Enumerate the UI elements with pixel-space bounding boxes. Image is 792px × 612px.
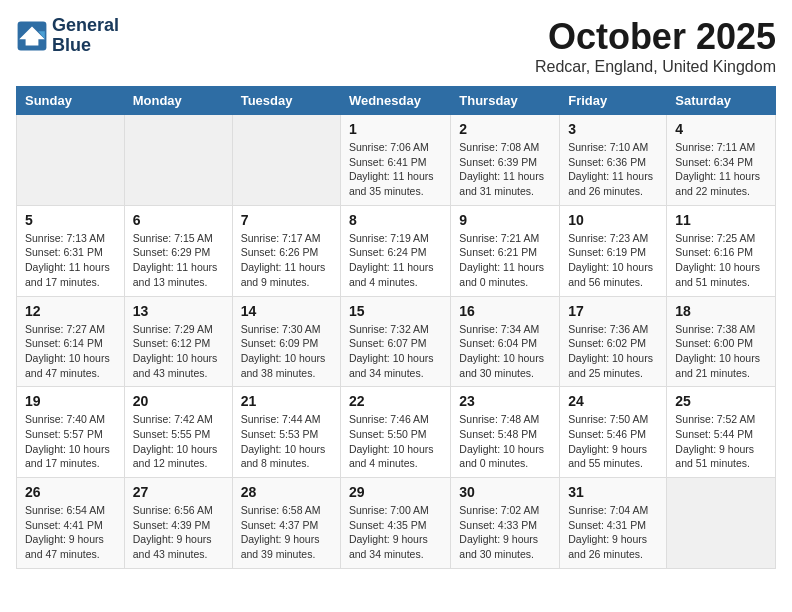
week-row-2: 5Sunrise: 7:13 AM Sunset: 6:31 PM Daylig… (17, 205, 776, 296)
header-sunday: Sunday (17, 87, 125, 115)
calendar-cell: 15Sunrise: 7:32 AM Sunset: 6:07 PM Dayli… (340, 296, 450, 387)
day-number: 13 (133, 303, 224, 319)
calendar-cell: 30Sunrise: 7:02 AM Sunset: 4:33 PM Dayli… (451, 478, 560, 569)
day-info: Sunrise: 6:58 AM Sunset: 4:37 PM Dayligh… (241, 503, 332, 562)
day-number: 26 (25, 484, 116, 500)
header-saturday: Saturday (667, 87, 776, 115)
header: General Blue October 2025 Redcar, Englan… (16, 16, 776, 76)
calendar-cell: 7Sunrise: 7:17 AM Sunset: 6:26 PM Daylig… (232, 205, 340, 296)
day-number: 5 (25, 212, 116, 228)
calendar-cell: 11Sunrise: 7:25 AM Sunset: 6:16 PM Dayli… (667, 205, 776, 296)
day-number: 1 (349, 121, 442, 137)
calendar-cell: 28Sunrise: 6:58 AM Sunset: 4:37 PM Dayli… (232, 478, 340, 569)
calendar-cell: 24Sunrise: 7:50 AM Sunset: 5:46 PM Dayli… (560, 387, 667, 478)
calendar-cell: 19Sunrise: 7:40 AM Sunset: 5:57 PM Dayli… (17, 387, 125, 478)
day-number: 14 (241, 303, 332, 319)
day-info: Sunrise: 7:21 AM Sunset: 6:21 PM Dayligh… (459, 231, 551, 290)
day-number: 16 (459, 303, 551, 319)
header-thursday: Thursday (451, 87, 560, 115)
week-row-3: 12Sunrise: 7:27 AM Sunset: 6:14 PM Dayli… (17, 296, 776, 387)
calendar-cell: 8Sunrise: 7:19 AM Sunset: 6:24 PM Daylig… (340, 205, 450, 296)
day-number: 3 (568, 121, 658, 137)
calendar-cell: 12Sunrise: 7:27 AM Sunset: 6:14 PM Dayli… (17, 296, 125, 387)
day-number: 6 (133, 212, 224, 228)
day-number: 11 (675, 212, 767, 228)
day-info: Sunrise: 7:27 AM Sunset: 6:14 PM Dayligh… (25, 322, 116, 381)
day-info: Sunrise: 7:38 AM Sunset: 6:00 PM Dayligh… (675, 322, 767, 381)
day-info: Sunrise: 7:36 AM Sunset: 6:02 PM Dayligh… (568, 322, 658, 381)
calendar-cell: 1Sunrise: 7:06 AM Sunset: 6:41 PM Daylig… (340, 115, 450, 206)
day-number: 8 (349, 212, 442, 228)
day-number: 24 (568, 393, 658, 409)
calendar-cell: 18Sunrise: 7:38 AM Sunset: 6:00 PM Dayli… (667, 296, 776, 387)
calendar-cell: 4Sunrise: 7:11 AM Sunset: 6:34 PM Daylig… (667, 115, 776, 206)
header-monday: Monday (124, 87, 232, 115)
calendar-cell (124, 115, 232, 206)
day-number: 25 (675, 393, 767, 409)
header-tuesday: Tuesday (232, 87, 340, 115)
calendar-cell (17, 115, 125, 206)
day-number: 4 (675, 121, 767, 137)
day-info: Sunrise: 7:42 AM Sunset: 5:55 PM Dayligh… (133, 412, 224, 471)
week-row-1: 1Sunrise: 7:06 AM Sunset: 6:41 PM Daylig… (17, 115, 776, 206)
header-wednesday: Wednesday (340, 87, 450, 115)
calendar-cell: 5Sunrise: 7:13 AM Sunset: 6:31 PM Daylig… (17, 205, 125, 296)
calendar-cell: 27Sunrise: 6:56 AM Sunset: 4:39 PM Dayli… (124, 478, 232, 569)
calendar-cell: 17Sunrise: 7:36 AM Sunset: 6:02 PM Dayli… (560, 296, 667, 387)
logo-line2: Blue (52, 36, 119, 56)
day-info: Sunrise: 7:48 AM Sunset: 5:48 PM Dayligh… (459, 412, 551, 471)
calendar-header-row: SundayMondayTuesdayWednesdayThursdayFrid… (17, 87, 776, 115)
day-info: Sunrise: 7:19 AM Sunset: 6:24 PM Dayligh… (349, 231, 442, 290)
day-info: Sunrise: 7:30 AM Sunset: 6:09 PM Dayligh… (241, 322, 332, 381)
day-number: 29 (349, 484, 442, 500)
day-info: Sunrise: 7:44 AM Sunset: 5:53 PM Dayligh… (241, 412, 332, 471)
day-info: Sunrise: 7:32 AM Sunset: 6:07 PM Dayligh… (349, 322, 442, 381)
calendar-cell: 29Sunrise: 7:00 AM Sunset: 4:35 PM Dayli… (340, 478, 450, 569)
day-info: Sunrise: 7:15 AM Sunset: 6:29 PM Dayligh… (133, 231, 224, 290)
day-number: 27 (133, 484, 224, 500)
day-info: Sunrise: 7:11 AM Sunset: 6:34 PM Dayligh… (675, 140, 767, 199)
calendar-table: SundayMondayTuesdayWednesdayThursdayFrid… (16, 86, 776, 569)
day-info: Sunrise: 7:00 AM Sunset: 4:35 PM Dayligh… (349, 503, 442, 562)
day-number: 19 (25, 393, 116, 409)
logo-line1: General (52, 16, 119, 36)
day-info: Sunrise: 7:52 AM Sunset: 5:44 PM Dayligh… (675, 412, 767, 471)
day-number: 17 (568, 303, 658, 319)
calendar-cell: 22Sunrise: 7:46 AM Sunset: 5:50 PM Dayli… (340, 387, 450, 478)
day-number: 7 (241, 212, 332, 228)
calendar-cell: 10Sunrise: 7:23 AM Sunset: 6:19 PM Dayli… (560, 205, 667, 296)
logo-icon (16, 20, 48, 52)
day-info: Sunrise: 7:17 AM Sunset: 6:26 PM Dayligh… (241, 231, 332, 290)
month-title: October 2025 (535, 16, 776, 58)
day-info: Sunrise: 6:54 AM Sunset: 4:41 PM Dayligh… (25, 503, 116, 562)
day-number: 30 (459, 484, 551, 500)
location-subtitle: Redcar, England, United Kingdom (535, 58, 776, 76)
day-info: Sunrise: 7:23 AM Sunset: 6:19 PM Dayligh… (568, 231, 658, 290)
day-info: Sunrise: 7:04 AM Sunset: 4:31 PM Dayligh… (568, 503, 658, 562)
day-info: Sunrise: 7:34 AM Sunset: 6:04 PM Dayligh… (459, 322, 551, 381)
calendar-cell: 21Sunrise: 7:44 AM Sunset: 5:53 PM Dayli… (232, 387, 340, 478)
day-info: Sunrise: 6:56 AM Sunset: 4:39 PM Dayligh… (133, 503, 224, 562)
day-info: Sunrise: 7:13 AM Sunset: 6:31 PM Dayligh… (25, 231, 116, 290)
day-info: Sunrise: 7:40 AM Sunset: 5:57 PM Dayligh… (25, 412, 116, 471)
day-number: 31 (568, 484, 658, 500)
day-info: Sunrise: 7:46 AM Sunset: 5:50 PM Dayligh… (349, 412, 442, 471)
day-number: 2 (459, 121, 551, 137)
calendar-cell: 26Sunrise: 6:54 AM Sunset: 4:41 PM Dayli… (17, 478, 125, 569)
calendar-cell (232, 115, 340, 206)
calendar-cell: 31Sunrise: 7:04 AM Sunset: 4:31 PM Dayli… (560, 478, 667, 569)
day-number: 20 (133, 393, 224, 409)
day-info: Sunrise: 7:29 AM Sunset: 6:12 PM Dayligh… (133, 322, 224, 381)
calendar-cell: 13Sunrise: 7:29 AM Sunset: 6:12 PM Dayli… (124, 296, 232, 387)
day-number: 22 (349, 393, 442, 409)
logo-text: General Blue (52, 16, 119, 56)
header-friday: Friday (560, 87, 667, 115)
day-number: 9 (459, 212, 551, 228)
logo: General Blue (16, 16, 119, 56)
day-number: 23 (459, 393, 551, 409)
day-info: Sunrise: 7:06 AM Sunset: 6:41 PM Dayligh… (349, 140, 442, 199)
week-row-4: 19Sunrise: 7:40 AM Sunset: 5:57 PM Dayli… (17, 387, 776, 478)
day-number: 10 (568, 212, 658, 228)
day-info: Sunrise: 7:25 AM Sunset: 6:16 PM Dayligh… (675, 231, 767, 290)
calendar-cell: 23Sunrise: 7:48 AM Sunset: 5:48 PM Dayli… (451, 387, 560, 478)
